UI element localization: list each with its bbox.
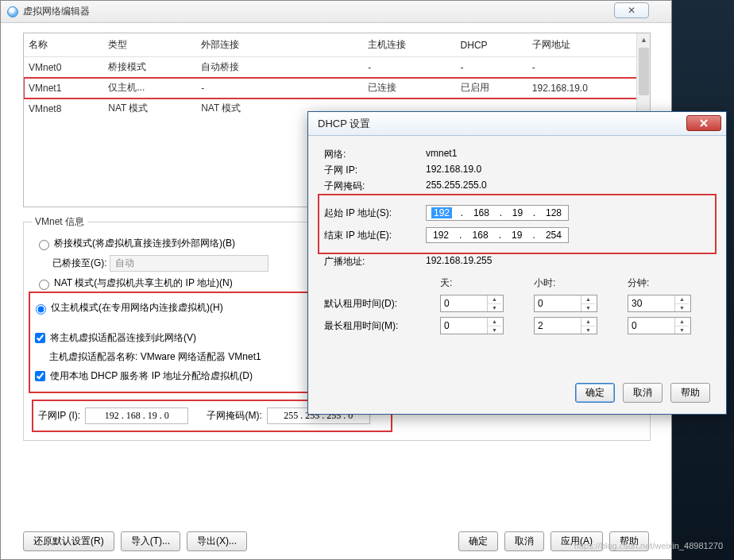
export-button[interactable]: 导出(X)... [187, 531, 247, 551]
subnet-mask-value: 255.255.255.0 [426, 180, 487, 193]
network-value: vmnet1 [426, 148, 457, 161]
default-hours-stepper[interactable]: ▲▼ [534, 295, 597, 312]
scroll-up-icon[interactable]: ▲ [639, 36, 648, 44]
chevron-down-icon[interactable]: ▼ [581, 326, 595, 334]
default-days-stepper[interactable]: ▲▼ [440, 295, 504, 312]
dhcp-titlebar: DHCP 设置 [308, 112, 726, 136]
col-host[interactable]: 主机连接 [363, 33, 455, 57]
chevron-down-icon[interactable]: ▼ [675, 326, 689, 334]
table-row[interactable]: VMnet0 桥接模式 自动桥接 - - - [24, 57, 650, 78]
dhcp-ok-button[interactable]: 确定 [575, 383, 615, 403]
editor-title: 虚拟网络编辑器 [23, 5, 90, 18]
lease-grid: 天: 小时: 分钟: 默认租用时间(D): ▲▼ ▲▼ ▲▼ 最长租用时间(M)… [324, 276, 710, 334]
radio-hostonly-label: 仅主机模式(在专用网络内连接虚拟机)(H) [51, 301, 223, 315]
subnet-mask-label: 子网掩码: [324, 180, 426, 193]
dhcp-settings-dialog: DHCP 设置 网络:vmnet1 子网 IP:192.168.19.0 子网掩… [307, 111, 727, 415]
close-icon [699, 118, 709, 128]
broadcast-value: 192.168.19.255 [426, 255, 492, 268]
network-label: 网络: [324, 148, 426, 161]
watermark: https://blog.csdn.net/weixin_48981270 [574, 541, 723, 550]
editor-close-button[interactable]: ✕ [614, 2, 649, 18]
lease-days-header: 天: [440, 276, 520, 290]
chk-dhcp-label: 使用本地 DHCP 服务将 IP 地址分配给虚拟机(D) [50, 369, 253, 383]
radio-bridge[interactable] [39, 240, 49, 250]
broadcast-label: 广播地址: [324, 255, 426, 268]
editor-titlebar: 虚拟网络编辑器 ✕ [1, 1, 671, 23]
col-dhcp[interactable]: DHCP [456, 33, 527, 57]
chevron-up-icon[interactable]: ▲ [488, 295, 501, 304]
dhcp-help-button[interactable]: 帮助 [670, 383, 710, 403]
chevron-down-icon[interactable]: ▼ [581, 304, 595, 312]
subnet-ip-value: 192.168.19.0 [426, 164, 481, 177]
col-name[interactable]: 名称 [24, 33, 103, 57]
radio-nat[interactable] [39, 280, 49, 290]
chevron-up-icon[interactable]: ▲ [675, 318, 689, 326]
max-lease-label: 最长租用时间(M): [324, 319, 426, 333]
subnet-ip-label: 子网IP (I): [38, 409, 80, 423]
scroll-thumb[interactable] [639, 48, 649, 95]
chevron-down-icon[interactable]: ▼ [488, 326, 501, 334]
chevron-down-icon[interactable]: ▼ [488, 304, 501, 312]
bridge-to-label: 已桥接至(G): [52, 257, 107, 268]
globe-icon [7, 6, 18, 17]
table-row-selected[interactable]: VMnet1 仅主机... - 已连接 已启用 192.168.19.0 [24, 78, 650, 98]
default-lease-label: 默认租用时间(D): [324, 297, 426, 311]
chevron-up-icon[interactable]: ▲ [488, 318, 501, 326]
radio-hostonly[interactable] [36, 304, 46, 315]
subnet-mask-label: 子网掩码(M): [207, 409, 261, 423]
vmnet-info-title: VMnet 信息 [32, 215, 87, 229]
max-hours-stepper[interactable]: ▲▼ [534, 317, 597, 334]
start-ip-input[interactable]: 192. 168. 19. 128 [426, 205, 569, 221]
restore-defaults-button[interactable]: 还原默认设置(R) [23, 531, 114, 551]
max-minutes-stepper[interactable]: ▲▼ [628, 317, 691, 334]
dhcp-button-row: 确定 取消 帮助 [575, 383, 710, 403]
lease-minutes-header: 分钟: [628, 276, 707, 290]
max-days-stepper[interactable]: ▲▼ [440, 317, 504, 334]
import-button[interactable]: 导入(T)... [121, 531, 180, 551]
chevron-up-icon[interactable]: ▲ [581, 318, 595, 326]
col-type[interactable]: 类型 [103, 33, 196, 57]
chk-connect-label: 将主机虚拟适配器连接到此网络(V) [50, 331, 196, 345]
lease-hours-header: 小时: [534, 276, 613, 290]
dhcp-close-button[interactable] [686, 115, 721, 131]
dhcp-body: 网络:vmnet1 子网 IP:192.168.19.0 子网掩码:255.25… [308, 136, 726, 344]
col-subnet[interactable]: 子网地址 [527, 33, 650, 57]
chk-use-dhcp[interactable] [35, 371, 45, 381]
default-minutes-stepper[interactable]: ▲▼ [628, 295, 691, 312]
col-external[interactable]: 外部连接 [196, 33, 363, 57]
chk-connect-adapter[interactable] [35, 333, 45, 343]
ip-range-group: 起始 IP 地址(S): 192. 168. 19. 128 结束 IP 地址(… [319, 195, 715, 253]
end-ip-input[interactable]: 192. 168. 19. 254 [426, 227, 569, 243]
radio-nat-label: NAT 模式(与虚拟机共享主机的 IP 地址)(N) [54, 276, 233, 290]
start-ip-label: 起始 IP 地址(S): [324, 207, 426, 220]
dhcp-title: DHCP 设置 [318, 117, 370, 131]
chevron-down-icon[interactable]: ▼ [675, 304, 689, 312]
editor-button-row: 还原默认设置(R) 导入(T)... 导出(X)... 确定 取消 应用(A) … [23, 531, 649, 551]
end-ip-label: 结束 IP 地址(E): [324, 229, 426, 242]
radio-bridge-label: 桥接模式(将虚拟机直接连接到外部网络)(B) [54, 237, 235, 250]
subnet-ip-label: 子网 IP: [324, 164, 426, 177]
cancel-button[interactable]: 取消 [504, 531, 544, 551]
network-table: 名称 类型 外部连接 主机连接 DHCP 子网地址 VMnet0 桥接模式 自动… [24, 33, 650, 119]
subnet-ip-input[interactable]: 192 . 168 . 19 . 0 [85, 407, 188, 424]
dhcp-cancel-button[interactable]: 取消 [623, 383, 663, 403]
chevron-up-icon[interactable]: ▲ [581, 295, 595, 304]
chevron-up-icon[interactable]: ▲ [675, 295, 689, 304]
bridge-to-select[interactable]: 自动 [110, 255, 268, 272]
ok-button[interactable]: 确定 [458, 531, 498, 551]
